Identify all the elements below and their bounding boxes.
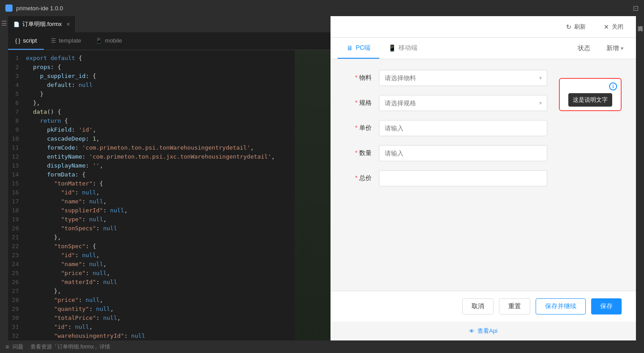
code-minimap	[295, 50, 331, 340]
app-title: primeton-ide 1.0.0	[16, 5, 63, 12]
form-row-unit-price: 单价	[345, 120, 622, 136]
code-line-16: 16 "id": null,	[8, 188, 331, 197]
code-line-3: 3 p_supplier_id: {	[8, 72, 331, 81]
mobile-view-label: 移动端	[399, 44, 417, 52]
cancel-button[interactable]: 取消	[462, 298, 494, 314]
code-line-24: 24 "name": null,	[8, 260, 331, 269]
save-continue-button[interactable]: 保存并继续	[536, 298, 586, 314]
tab-template-label: template	[59, 37, 81, 44]
code-line-9: 9 pkField: 'id',	[8, 125, 331, 134]
file-tab-close[interactable]: ×	[66, 21, 70, 28]
code-line-7: 7 data() {	[8, 108, 331, 116]
code-line-17: 17 "name": null,	[8, 197, 331, 206]
tab-mobile-label: mobile	[105, 37, 122, 44]
form-actions: 取消 重置 保存并继续 保存	[331, 291, 636, 322]
file-icon: 📄	[13, 22, 20, 27]
info-icon[interactable]: i	[609, 82, 617, 90]
right-toolbar: ↻ 刷新 ✕ 关闭	[331, 16, 636, 38]
editor-mode-tabs: { } script ☰ template 📱 mobile	[8, 32, 331, 50]
close-button[interactable]: ✕ 关闭	[598, 20, 629, 34]
script-icon: { }	[15, 38, 20, 44]
pc-label: PC端	[356, 44, 370, 52]
code-line-30: 30 "totalPrice": null,	[8, 314, 331, 323]
unit-price-input[interactable]	[379, 120, 547, 136]
dropdown-icon: ▾	[621, 45, 623, 52]
code-line-12: 12 entityName: 'com.primeton.ton.psi.jxc…	[8, 152, 331, 161]
code-line-26: 26 "matterId": null	[8, 278, 331, 287]
tab-mobile-view[interactable]: 📱 移动端	[379, 38, 426, 59]
code-line-10: 10 cascadeDeep: 1,	[8, 134, 331, 143]
code-line-28: 28 "price": null,	[8, 296, 331, 305]
tab-pc[interactable]: 🖥 PC端	[338, 38, 379, 59]
form-row-material: 物料 ▾ i 这是说明文字	[345, 70, 622, 86]
file-tab-label: 订单明细.formx	[22, 20, 62, 28]
refresh-label: 刷新	[574, 23, 586, 31]
code-line-4: 4 default: null	[8, 81, 331, 90]
code-line-13: 13 displayName: '',	[8, 161, 331, 170]
tab-mobile[interactable]: 📱 mobile	[88, 32, 129, 50]
code-line-23: 23 "id": null,	[8, 251, 331, 260]
eye-icon: 👁	[469, 328, 475, 335]
mobile-view-icon: 📱	[388, 44, 396, 52]
refresh-icon: ↻	[566, 23, 571, 30]
tab-script[interactable]: { } script	[8, 32, 44, 50]
mobile-icon: 📱	[95, 38, 102, 44]
add-button[interactable]: 新增 ▾	[601, 42, 629, 55]
add-label: 新增	[606, 44, 619, 52]
code-line-18: 18 "supplierId": null,	[8, 206, 331, 215]
sidebar-item-offline[interactable]: 离线资源	[635, 20, 644, 23]
material-input[interactable]	[379, 70, 547, 86]
tab-script-label: script	[23, 37, 37, 44]
api-link-label: 查看Api	[477, 327, 498, 335]
right-panel: ↻ 刷新 ✕ 关闭 🖥 PC端 📱 移动端 状态 新增 ▾	[331, 16, 636, 340]
material-input-group: ▾	[379, 70, 547, 86]
view-api[interactable]: 👁 查看Api	[331, 322, 636, 340]
issues-icon: ≡	[5, 343, 9, 350]
window-controls[interactable]: ⊡	[633, 4, 639, 12]
panel-tabs: 🖥 PC端 📱 移动端 状态 新增 ▾	[331, 38, 636, 59]
reset-button[interactable]: 重置	[499, 298, 530, 314]
code-line-8: 8 return {	[8, 116, 331, 125]
code-line-32: 32 "warehousingentryId": null	[8, 331, 331, 340]
template-icon: ☰	[51, 38, 56, 44]
left-sidebar: ☰	[0, 16, 8, 340]
save-button[interactable]: 保存	[591, 298, 622, 314]
close-x-icon: ✕	[604, 23, 609, 30]
spec-label: 规格	[345, 99, 372, 107]
code-line-29: 29 "quantity": null,	[8, 305, 331, 314]
pc-icon: 🖥	[347, 44, 353, 52]
code-line-14: 14 formData: {	[8, 170, 331, 179]
editor-area: 📄 订单明细.formx × { } script ☰ template 📱 m…	[8, 16, 331, 340]
spec-dropdown-arrow: ▾	[539, 100, 542, 106]
code-line-31: 31 "id": null,	[8, 323, 331, 331]
total-price-input[interactable]: 0	[379, 170, 547, 186]
code-line-20: 20 "tonSpecs": null	[8, 224, 331, 233]
refresh-button[interactable]: ↻ 刷新	[561, 20, 591, 34]
issues-label[interactable]: 问题	[13, 343, 23, 351]
panel-tab-right: 状态 新增 ▾	[572, 42, 629, 55]
code-line-5: 5 }	[8, 90, 331, 99]
file-tab-bar: 📄 订单明细.formx ×	[8, 16, 331, 32]
code-line-21: 21 },	[8, 233, 331, 242]
spec-input-group: ▾	[379, 95, 547, 111]
tab-template[interactable]: ☰ template	[44, 32, 88, 50]
titlebar: primeton-ide 1.0.0 ⊡	[0, 0, 644, 16]
code-line-27: 27 },	[8, 287, 331, 296]
sidebar-menu-icon[interactable]: ☰	[1, 20, 7, 27]
right-sidebar: 离线资源	[636, 16, 644, 340]
quantity-input[interactable]	[379, 145, 547, 161]
code-line-25: 25 "price": null,	[8, 269, 331, 278]
form-area: 物料 ▾ i 这是说明文字	[331, 59, 636, 291]
form-row-total-price: 总价 0	[345, 170, 622, 186]
code-line-15: 15 "tonMatter": {	[8, 179, 331, 188]
quantity-label: 数量	[345, 149, 372, 157]
app-icon	[5, 4, 13, 12]
code-line-11: 11 formCode: 'com.primeton.ton.psi.tonWa…	[8, 143, 331, 152]
state-label[interactable]: 状态	[572, 42, 596, 55]
source-label: 查看资源「订单明细.formx」详情	[30, 343, 110, 351]
spec-input[interactable]	[379, 95, 547, 111]
code-editor[interactable]: 1 export default { 2 props: { 3 p_suppli…	[8, 50, 331, 340]
material-label: 物料	[345, 74, 372, 82]
unit-price-label: 单价	[345, 124, 372, 132]
file-tab[interactable]: 📄 订单明细.formx ×	[8, 16, 76, 32]
